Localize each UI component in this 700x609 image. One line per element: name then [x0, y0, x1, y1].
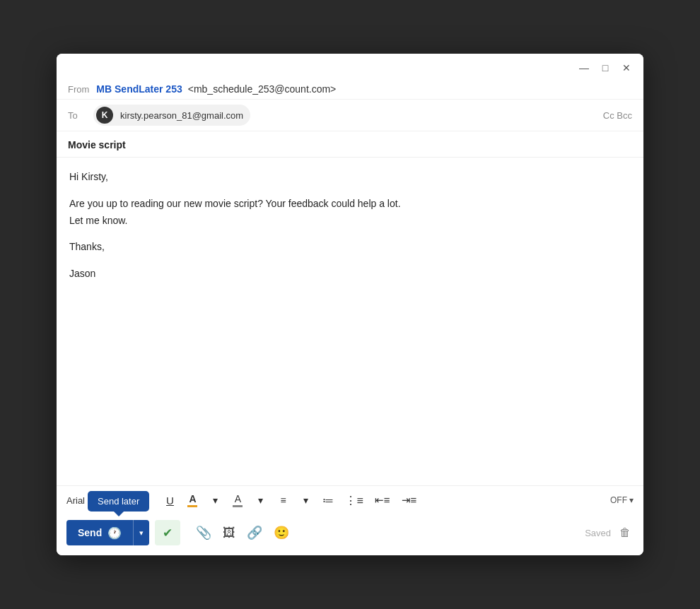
font-color-button[interactable]: A [182, 490, 202, 510]
send-later-button[interactable]: ▾ [133, 520, 149, 545]
title-bar: — □ ✕ [57, 54, 643, 79]
emoji-icon: 🙂 [274, 525, 289, 540]
clock-icon: 🕐 [107, 526, 122, 540]
cc-bcc-button[interactable]: Cc Bcc [603, 110, 632, 121]
from-email: <mb_schedule_253@count.com> [188, 83, 337, 95]
attach-file-button[interactable]: 📎 [192, 521, 216, 544]
ordered-list-button[interactable]: ≔ [318, 490, 338, 510]
to-row: To K kirsty.pearson_81@gmail.com Cc Bcc [57, 100, 643, 131]
indent-decrease-button[interactable]: ⇤≡ [371, 490, 395, 510]
link-icon: 🔗 [247, 525, 262, 540]
align-dropdown[interactable]: ▾ [296, 490, 315, 510]
recipient-email: kirsty.pearson_81@gmail.com [120, 110, 243, 121]
send-toolbar: Send later Send 🕐 ▾ ✔ 📎 🖼 🔗 [57, 514, 643, 555]
close-button[interactable]: ✕ [619, 61, 634, 75]
saved-indicator: Saved 🗑 [585, 524, 634, 542]
font-color-indicator [187, 505, 197, 507]
paperclip-icon: 📎 [196, 525, 211, 540]
attachment-toolbar: 📎 🖼 🔗 🙂 [192, 521, 293, 544]
indent-increase-button[interactable]: ⇥≡ [397, 490, 421, 510]
from-name: MB SendLater 253 [96, 83, 182, 95]
minimize-button[interactable]: — [577, 61, 591, 75]
send-button-group: Send later Send 🕐 ▾ [66, 520, 149, 545]
window-controls: — □ ✕ [577, 61, 634, 75]
avatar: K [96, 107, 113, 124]
send-later-chevron: ▾ [139, 528, 144, 538]
from-row: From MB SendLater 253 <mb_schedule_253@c… [57, 79, 643, 100]
body-greeting: Hi Kirsty, [69, 169, 631, 186]
off-chevron: ▾ [629, 495, 634, 505]
from-label: From [68, 84, 89, 95]
body-closing: Thanks, [69, 239, 631, 256]
compose-window: — □ ✕ From MB SendLater 253 <mb_schedule… [57, 54, 643, 555]
body-signature: Jason [69, 266, 631, 283]
check-icon: ✔ [163, 526, 173, 540]
maximize-button[interactable]: □ [598, 61, 612, 75]
highlight-color-button[interactable]: A [228, 490, 247, 510]
image-icon: 🖼 [223, 526, 235, 540]
saved-text: Saved [585, 528, 611, 538]
send-later-tooltip: Send later [88, 491, 149, 512]
body-content: Are you up to reading our new movie scri… [69, 196, 631, 230]
font-family-selector[interactable]: Arial [66, 495, 85, 506]
email-body[interactable]: Hi Kirsty, Are you up to reading our new… [57, 158, 643, 485]
subject-text: Movie script [68, 139, 126, 150]
align-button[interactable]: ≡ [273, 490, 293, 510]
insert-link-button[interactable]: 🔗 [243, 521, 267, 544]
unordered-list-button[interactable]: ⋮≡ [341, 490, 367, 510]
off-toggle[interactable]: OFF ▾ [610, 495, 634, 505]
recipient-chip[interactable]: K kirsty.pearson_81@gmail.com [93, 105, 250, 126]
highlight-color-indicator [233, 505, 243, 507]
underline-button[interactable]: U [160, 490, 180, 510]
send-button[interactable]: Send 🕐 [66, 520, 133, 545]
insert-image-button[interactable]: 🖼 [218, 521, 240, 544]
font-color-dropdown[interactable]: ▾ [205, 490, 225, 510]
trash-icon: 🗑 [619, 526, 631, 539]
check-button[interactable]: ✔ [155, 520, 180, 545]
subject-row: Movie script [57, 131, 643, 158]
highlight-color-dropdown[interactable]: ▾ [250, 490, 270, 510]
to-label: To [68, 110, 89, 121]
insert-emoji-button[interactable]: 🙂 [269, 521, 293, 544]
delete-draft-button[interactable]: 🗑 [617, 524, 634, 542]
